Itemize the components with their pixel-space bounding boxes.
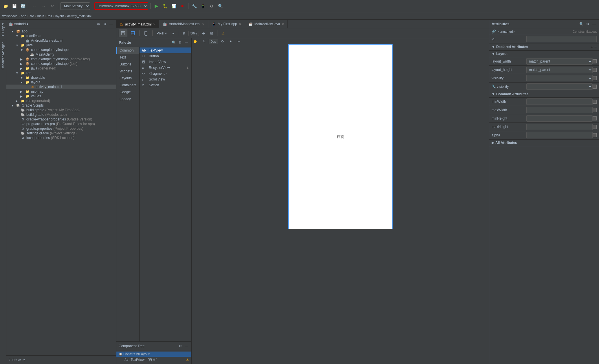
tree-item-gradle-properties[interactable]: ⚙ gradle.properties (Project Properties) [6,126,116,131]
palette-cat-buttons[interactable]: Buttons [116,61,139,68]
component-tree-item-textview[interactable]: Ab TextView - "自贡" ⚠ [116,357,191,363]
tree-item-package-main[interactable]: ▼ 📦 com.example.myfirstapp [6,47,116,52]
visibility-handle[interactable] [593,76,597,80]
sdk-manager-btn[interactable]: 🔧 [190,2,198,10]
visibility-wrench-handle[interactable] [593,85,597,89]
structure-tab[interactable]: Z: Structure [6,355,116,364]
zoom-out-btn[interactable]: ⊖ [180,30,187,37]
constraint-infer-btn[interactable]: ⟳ [219,38,226,45]
project-locate-btn[interactable]: ⊕ [96,21,101,27]
declared-attr-add-btn[interactable]: + [591,45,593,49]
palette-cat-layouts[interactable]: Layouts [116,75,139,82]
recyclerview-download-icon[interactable]: ⬇ [186,66,189,70]
all-attributes-section[interactable]: ▶ All Attributes [489,140,599,146]
sidebar-tab-resource-manager[interactable]: Resource Manager [0,39,6,72]
attr-alpha-input[interactable] [526,132,593,138]
palette-cat-common[interactable]: Common [116,47,139,54]
attr-minwidth-input[interactable] [526,98,593,105]
fit-screen-btn[interactable]: ⊡ [208,30,215,37]
palette-item-recyclerview[interactable]: ≡ RecyclerView ⬇ [140,65,191,71]
tree-item-manifests[interactable]: ▼ 📁 manifests [6,34,116,38]
declared-attributes-section[interactable]: ▼ Declared Attributes + − [489,43,599,51]
run-btn[interactable]: ▶ [153,2,160,10]
open-file-btn[interactable]: 📁 [2,2,9,10]
tree-item-androidmanifest[interactable]: 🤖 AndroidManifest.xml [6,38,116,43]
tree-item-res-generated[interactable]: ▶ 📁 res (generated) [6,98,116,103]
minwidth-handle[interactable] [593,100,597,104]
tree-item-app[interactable]: ▼ 📦 app [6,29,116,34]
tree-item-local-properties[interactable]: ⚙ local.properties (SDK Location) [6,136,116,140]
palette-cat-widgets[interactable]: Widgets [116,68,139,75]
layout-width-handle[interactable] [593,59,597,63]
sync-btn[interactable]: 🔄 [19,2,27,10]
tab-androidmanifest-close[interactable]: ✕ [202,23,204,26]
tree-item-build-gradle-module[interactable]: 🐘 build.gradle (Module: app) [6,112,116,117]
tree-item-package-test[interactable]: ▶ 📦 com.example.myfirstapp (test) [6,61,116,66]
tab-mainactivity-close[interactable]: ✕ [282,23,284,26]
tree-item-settings-gradle[interactable]: 🐘 settings.gradle (Project Settings) [6,131,116,136]
tree-item-gradle-wrapper-props[interactable]: ⚙ gradle-wrapper.properties (Gradle Vers… [6,117,116,122]
tree-item-proguard-rules[interactable]: 🛡 proguard-rules.pro (ProGuard Rules for… [6,122,116,126]
sidebar-tab-project[interactable]: 1: Project [0,20,6,39]
device-dropdown[interactable]: Micromax Micromax E7533 [94,2,148,10]
bc-file[interactable]: activity_main.xml [67,14,91,18]
project-close-btn[interactable]: — [109,21,114,27]
stop-btn[interactable]: ■ [179,2,186,10]
tree-item-mipmap[interactable]: ▶ 📁 mipmap [6,89,116,94]
bc-workspace[interactable]: workspace [2,14,18,18]
tree-item-build-gradle-project[interactable]: 🐘 build.gradle (Project: My First App) [6,108,116,112]
layout-section[interactable]: ▼ Layout [489,51,599,57]
palette-item-button[interactable]: ☐ Button [140,53,191,59]
more-options-btn[interactable]: » [170,30,176,37]
common-attributes-section[interactable]: ▼ Common Attributes [489,91,599,98]
bc-main[interactable]: main [37,14,44,18]
attr-visibility-select[interactable]: visible invisible gone [526,75,593,81]
palette-item-switch[interactable]: ⊙ Switch [140,82,191,88]
save-btn[interactable]: 💾 [10,2,18,10]
tree-item-package-android-test[interactable]: ▶ 📦 com.example.myfirstapp (androidTest) [6,57,116,61]
orientation-btn[interactable] [142,30,150,37]
palette-item-scrollview[interactable]: ↕ ScrollView [140,76,191,82]
tab-myfirstapp[interactable]: 📱 My First App ✕ [208,20,245,28]
tree-item-drawable[interactable]: ▼ 📁 drawable [6,75,116,80]
tree-item-res[interactable]: ▼ 📁 res [6,71,116,75]
tab-mainactivity[interactable]: ☕ MainActivity.java ✕ [245,20,288,28]
tree-item-activity-main[interactable]: 🗂 activity_main.xml [6,85,116,89]
declared-attr-remove-btn[interactable]: − [594,45,597,49]
tab-androidmanifest[interactable]: 🤖 AndroidManifest.xml ✕ [159,20,208,28]
settings-btn[interactable]: ⚙ [208,2,215,10]
maxheight-handle[interactable] [593,125,597,129]
attr-visibility-wrench-select[interactable]: visible invisible gone [526,83,593,90]
tree-item-mainactivity[interactable]: ☕ MainActivity [6,52,116,57]
maxwidth-handle[interactable] [593,108,597,112]
undo-btn[interactable]: ↩ [48,2,56,10]
attr-maxwidth-input[interactable] [526,107,593,113]
minheight-handle[interactable] [593,116,597,120]
bc-res[interactable]: res [47,14,52,18]
attr-layout-height-select[interactable]: match_parent wrap_content 0dp [526,67,593,73]
align-btn[interactable]: ⊨ [235,38,242,45]
tree-item-java-generated[interactable]: ▶ 📁 java (generated) [6,66,116,71]
component-tree-settings-btn[interactable]: ⚙ [177,343,183,349]
palette-options-btn[interactable]: ⚙ [177,40,183,45]
palette-cat-legacy[interactable]: Legacy [116,96,139,103]
palette-item-fragment[interactable]: <> <fragment> [140,71,191,76]
tree-item-gradle-scripts[interactable]: ▼ 🐘 Gradle Scripts [6,103,116,108]
avd-manager-btn[interactable]: 📱 [199,2,207,10]
forward-btn[interactable]: → [40,2,47,10]
palette-close-btn[interactable]: — [184,40,189,45]
design-mode-btn[interactable] [119,30,127,37]
palette-item-imageview[interactable]: 🖼 ImageView [140,59,191,65]
attributes-close-btn[interactable]: — [591,21,597,27]
attributes-options-btn[interactable]: ⚙ [585,21,590,27]
bc-app[interactable]: app [21,14,26,18]
attr-layout-width-select[interactable]: match_parent wrap_content 0dp [526,58,593,65]
tree-item-values[interactable]: ▶ 📁 values [6,94,116,98]
attr-minheight-input[interactable] [526,115,593,122]
search-btn[interactable]: 🔍 [217,2,224,10]
project-options-btn[interactable]: ⚙ [102,21,107,27]
attr-maxheight-input[interactable] [526,124,593,130]
component-tree-close-btn[interactable]: — [184,343,189,349]
pan-mode-btn[interactable]: ✋ [192,38,199,45]
bc-src[interactable]: src [30,14,34,18]
